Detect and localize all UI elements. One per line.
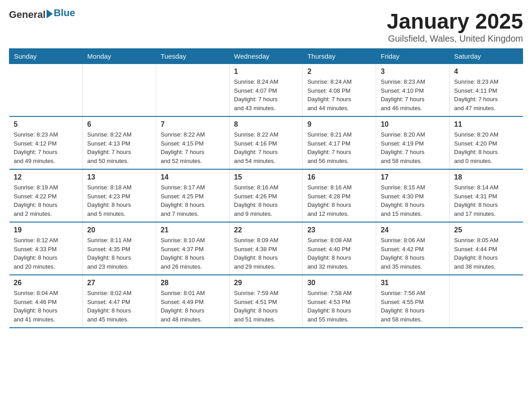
day-info: Sunrise: 7:59 AMSunset: 4:51 PMDaylight:… (234, 289, 298, 324)
day-info: Sunrise: 8:21 AMSunset: 4:17 PMDaylight:… (307, 130, 371, 165)
calendar-table: SundayMondayTuesdayWednesdayThursdayFrid… (9, 48, 523, 328)
logo-text: General (9, 9, 46, 21)
calendar-cell: 17Sunrise: 8:15 AMSunset: 4:30 PMDayligh… (376, 169, 450, 222)
calendar-cell: 25Sunrise: 8:05 AMSunset: 4:44 PMDayligh… (450, 222, 523, 275)
day-number: 2 (307, 68, 371, 76)
day-number: 18 (454, 173, 518, 181)
header-thursday: Thursday (303, 49, 376, 64)
calendar-week-5: 26Sunrise: 8:04 AMSunset: 4:46 PMDayligh… (9, 275, 523, 328)
calendar-cell: 7Sunrise: 8:22 AMSunset: 4:15 PMDaylight… (156, 116, 229, 169)
calendar-cell: 12Sunrise: 8:19 AMSunset: 4:22 PMDayligh… (9, 169, 83, 222)
day-info: Sunrise: 8:09 AMSunset: 4:38 PMDaylight:… (234, 236, 298, 271)
calendar-cell (9, 64, 83, 117)
calendar-cell: 11Sunrise: 8:20 AMSunset: 4:20 PMDayligh… (450, 116, 523, 169)
day-number: 23 (307, 226, 371, 234)
day-info: Sunrise: 8:22 AMSunset: 4:15 PMDaylight:… (161, 130, 225, 165)
day-number: 26 (14, 279, 78, 287)
day-info: Sunrise: 8:12 AMSunset: 4:33 PMDaylight:… (14, 236, 78, 271)
day-number: 31 (381, 279, 445, 287)
day-info: Sunrise: 8:19 AMSunset: 4:22 PMDaylight:… (14, 183, 78, 218)
day-number: 20 (87, 226, 151, 234)
day-info: Sunrise: 8:17 AMSunset: 4:25 PMDaylight:… (161, 183, 225, 218)
calendar-cell: 22Sunrise: 8:09 AMSunset: 4:38 PMDayligh… (229, 222, 303, 275)
day-info: Sunrise: 8:08 AMSunset: 4:40 PMDaylight:… (307, 236, 371, 271)
day-number: 11 (454, 120, 518, 128)
day-info: Sunrise: 8:04 AMSunset: 4:46 PMDaylight:… (14, 289, 78, 324)
day-number: 12 (14, 173, 78, 181)
day-info: Sunrise: 8:14 AMSunset: 4:31 PMDaylight:… (454, 183, 518, 218)
calendar-cell: 10Sunrise: 8:20 AMSunset: 4:19 PMDayligh… (376, 116, 450, 169)
day-info: Sunrise: 8:24 AMSunset: 4:08 PMDaylight:… (307, 77, 371, 112)
calendar-cell (156, 64, 229, 117)
calendar-cell: 1Sunrise: 8:24 AMSunset: 4:07 PMDaylight… (229, 64, 303, 117)
day-number: 10 (381, 120, 445, 128)
day-number: 22 (234, 226, 298, 234)
day-number: 7 (161, 120, 225, 128)
day-number: 17 (381, 173, 445, 181)
day-info: Sunrise: 8:01 AMSunset: 4:49 PMDaylight:… (161, 289, 225, 324)
header-saturday: Saturday (450, 49, 523, 64)
calendar-cell (450, 275, 523, 328)
day-number: 27 (87, 279, 151, 287)
calendar-cell: 15Sunrise: 8:16 AMSunset: 4:26 PMDayligh… (229, 169, 303, 222)
page-header: General Blue January 2025 Guilsfield, Wa… (9, 9, 523, 44)
day-number: 29 (234, 279, 298, 287)
day-number: 8 (234, 120, 298, 128)
day-number: 24 (381, 226, 445, 234)
day-info: Sunrise: 8:15 AMSunset: 4:30 PMDaylight:… (381, 183, 445, 218)
day-info: Sunrise: 8:16 AMSunset: 4:26 PMDaylight:… (234, 183, 298, 218)
logo-blue-text: Blue (54, 7, 75, 19)
calendar-cell: 3Sunrise: 8:23 AMSunset: 4:10 PMDaylight… (376, 64, 450, 117)
logo: General Blue (9, 9, 75, 21)
day-info: Sunrise: 8:11 AMSunset: 4:35 PMDaylight:… (87, 236, 151, 271)
day-info: Sunrise: 8:20 AMSunset: 4:20 PMDaylight:… (454, 130, 518, 165)
title-block: January 2025 Guilsfield, Wales, United K… (387, 9, 523, 44)
day-number: 13 (87, 173, 151, 181)
calendar-cell: 26Sunrise: 8:04 AMSunset: 4:46 PMDayligh… (9, 275, 83, 328)
day-number: 3 (381, 68, 445, 76)
day-info: Sunrise: 8:24 AMSunset: 4:07 PMDaylight:… (234, 77, 298, 112)
day-number: 30 (307, 279, 371, 287)
day-info: Sunrise: 8:22 AMSunset: 4:13 PMDaylight:… (87, 130, 151, 165)
day-number: 25 (454, 226, 518, 234)
calendar-cell: 20Sunrise: 8:11 AMSunset: 4:35 PMDayligh… (82, 222, 156, 275)
calendar-week-3: 12Sunrise: 8:19 AMSunset: 4:22 PMDayligh… (9, 169, 523, 222)
calendar-cell: 14Sunrise: 8:17 AMSunset: 4:25 PMDayligh… (156, 169, 229, 222)
header-sunday: Sunday (9, 49, 83, 64)
day-info: Sunrise: 8:23 AMSunset: 4:12 PMDaylight:… (14, 130, 78, 165)
day-info: Sunrise: 8:10 AMSunset: 4:37 PMDaylight:… (161, 236, 225, 271)
calendar-cell: 31Sunrise: 7:56 AMSunset: 4:55 PMDayligh… (376, 275, 450, 328)
calendar-week-4: 19Sunrise: 8:12 AMSunset: 4:33 PMDayligh… (9, 222, 523, 275)
calendar-cell: 13Sunrise: 8:18 AMSunset: 4:23 PMDayligh… (82, 169, 156, 222)
day-number: 6 (87, 120, 151, 128)
day-info: Sunrise: 7:58 AMSunset: 4:53 PMDaylight:… (307, 289, 371, 324)
day-info: Sunrise: 8:02 AMSunset: 4:47 PMDaylight:… (87, 289, 151, 324)
header-wednesday: Wednesday (229, 49, 303, 64)
calendar-cell: 19Sunrise: 8:12 AMSunset: 4:33 PMDayligh… (9, 222, 83, 275)
calendar-cell: 5Sunrise: 8:23 AMSunset: 4:12 PMDaylight… (9, 116, 83, 169)
calendar-cell: 24Sunrise: 8:06 AMSunset: 4:42 PMDayligh… (376, 222, 450, 275)
calendar-cell: 28Sunrise: 8:01 AMSunset: 4:49 PMDayligh… (156, 275, 229, 328)
day-number: 21 (161, 226, 225, 234)
day-info: Sunrise: 8:06 AMSunset: 4:42 PMDaylight:… (381, 236, 445, 271)
calendar-cell: 4Sunrise: 8:23 AMSunset: 4:11 PMDaylight… (450, 64, 523, 117)
day-info: Sunrise: 8:22 AMSunset: 4:16 PMDaylight:… (234, 130, 298, 165)
day-number: 1 (234, 68, 298, 76)
calendar-cell: 9Sunrise: 8:21 AMSunset: 4:17 PMDaylight… (303, 116, 376, 169)
day-number: 9 (307, 120, 371, 128)
day-number: 15 (234, 173, 298, 181)
day-number: 19 (14, 226, 78, 234)
day-number: 16 (307, 173, 371, 181)
day-number: 4 (454, 68, 518, 76)
header-friday: Friday (376, 49, 450, 64)
calendar-subtitle: Guilsfield, Wales, United Kingdom (387, 34, 523, 44)
calendar-week-1: 1Sunrise: 8:24 AMSunset: 4:07 PMDaylight… (9, 64, 523, 117)
day-info: Sunrise: 8:18 AMSunset: 4:23 PMDaylight:… (87, 183, 151, 218)
calendar-cell: 21Sunrise: 8:10 AMSunset: 4:37 PMDayligh… (156, 222, 229, 275)
calendar-cell (82, 64, 156, 117)
calendar-cell: 16Sunrise: 8:16 AMSunset: 4:28 PMDayligh… (303, 169, 376, 222)
calendar-cell: 18Sunrise: 8:14 AMSunset: 4:31 PMDayligh… (450, 169, 523, 222)
calendar-cell: 2Sunrise: 8:24 AMSunset: 4:08 PMDaylight… (303, 64, 376, 117)
day-info: Sunrise: 8:05 AMSunset: 4:44 PMDaylight:… (454, 236, 518, 271)
day-number: 5 (14, 120, 78, 128)
